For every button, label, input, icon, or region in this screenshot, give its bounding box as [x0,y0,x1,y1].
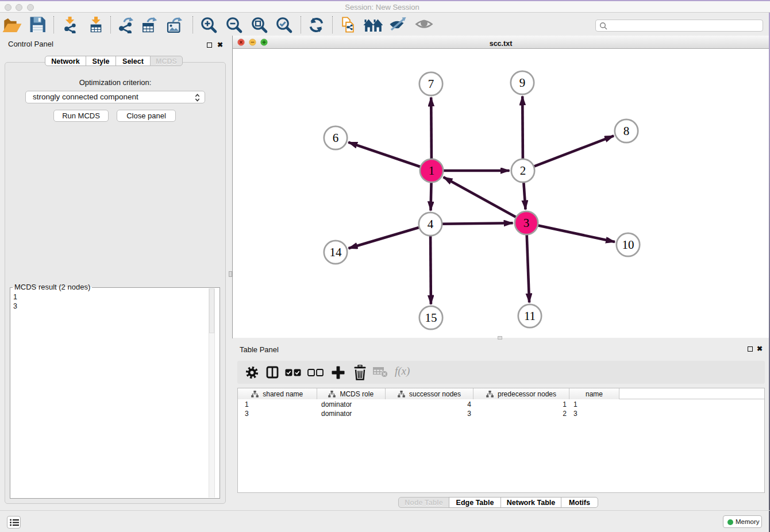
svg-text:8: 8 [623,124,630,138]
svg-text:14: 14 [330,245,342,259]
svg-text:6: 6 [333,131,339,145]
svg-text:9: 9 [519,76,526,90]
svg-text:15: 15 [425,311,437,325]
svg-text:3: 3 [523,216,530,230]
svg-text:1: 1 [429,164,435,178]
svg-text:11: 11 [524,309,536,323]
svg-text:4: 4 [428,217,434,231]
svg-text:10: 10 [622,238,634,252]
svg-text:2: 2 [520,164,526,178]
svg-text:7: 7 [428,77,434,91]
